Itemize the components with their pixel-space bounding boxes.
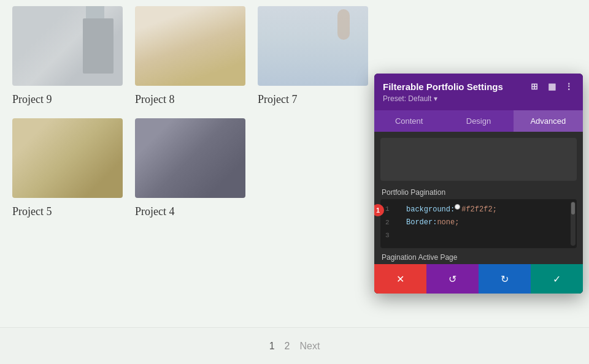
project-item: Project 9 <box>12 6 123 106</box>
project9-image <box>12 6 123 86</box>
portfolio-area: Project 9 Project 8 Project 7 Project 5 … <box>0 0 589 364</box>
action-buttons: ✕ ↺ ↻ ✓ <box>374 264 583 294</box>
panel-body: Portfolio Pagination 1 1 2 3 background:… <box>374 138 583 294</box>
panel-icon-grid[interactable]: ▦ <box>546 81 557 92</box>
project-item: Project 8 <box>135 6 245 106</box>
pagination-page1[interactable]: 1 <box>269 341 275 352</box>
undo-button[interactable]: ↺ <box>426 264 479 294</box>
project4-title: Project 4 <box>135 205 245 218</box>
project9-title: Project 9 <box>12 93 123 106</box>
tab-advanced[interactable]: Advanced <box>514 110 583 132</box>
project7-image <box>258 6 368 86</box>
tab-content[interactable]: Content <box>374 110 444 132</box>
redo-button[interactable]: ↻ <box>479 264 531 294</box>
redo-icon: ↻ <box>501 273 509 285</box>
color-dot <box>455 204 460 210</box>
settings-panel: Filterable Portfolio Settings ⊞ ▦ ⋮ Pres… <box>374 74 583 294</box>
panel-preview <box>380 138 577 181</box>
code-editor-container: 1 1 2 3 background: #f2f2f2; Border:none… <box>380 199 577 248</box>
panel-title-text: Filterable Portfolio Settings <box>383 82 503 92</box>
project8-title: Project 8 <box>135 93 245 106</box>
project7-title: Project 7 <box>258 93 368 106</box>
panel-title-row: Filterable Portfolio Settings ⊞ ▦ ⋮ <box>383 81 574 92</box>
project5-title: Project 5 <box>12 205 123 218</box>
tab-design[interactable]: Design <box>444 110 513 132</box>
project-item: Project 5 <box>12 118 123 218</box>
portfolio-grid: Project 9 Project 8 Project 7 Project 5 … <box>12 6 368 218</box>
panel-icon-more[interactable]: ⋮ <box>563 81 574 92</box>
pagination-bar: 1 2 Next <box>0 327 589 364</box>
pagination-active-page-label: Pagination Active Page <box>374 248 583 264</box>
project-item: Project 7 <box>258 6 368 106</box>
portfolio-pagination-label: Portfolio Pagination <box>374 184 583 199</box>
code-editor[interactable]: 1 2 3 background: #f2f2f2; Border:none; <box>380 199 577 248</box>
panel-tabs: Content Design Advanced <box>374 110 583 132</box>
panel-title-icons: ⊞ ▦ ⋮ <box>529 81 574 92</box>
project8-image <box>135 6 245 86</box>
project-item: Project 4 <box>135 118 245 218</box>
panel-header: Filterable Portfolio Settings ⊞ ▦ ⋮ Pres… <box>374 74 583 110</box>
project4-image <box>135 118 245 198</box>
cancel-icon: ✕ <box>396 273 404 285</box>
undo-icon: ↺ <box>448 273 456 285</box>
pagination-page2[interactable]: 2 <box>285 341 290 352</box>
panel-preset[interactable]: Preset: Default ▾ <box>383 94 574 103</box>
confirm-button[interactable]: ✓ <box>531 264 583 294</box>
project5-image <box>12 118 123 198</box>
scrollbar[interactable] <box>571 202 576 246</box>
cancel-button[interactable]: ✕ <box>374 264 426 294</box>
confirm-icon: ✓ <box>553 273 561 285</box>
panel-icon-expand[interactable]: ⊞ <box>529 81 540 92</box>
pagination-next[interactable]: Next <box>299 341 320 352</box>
